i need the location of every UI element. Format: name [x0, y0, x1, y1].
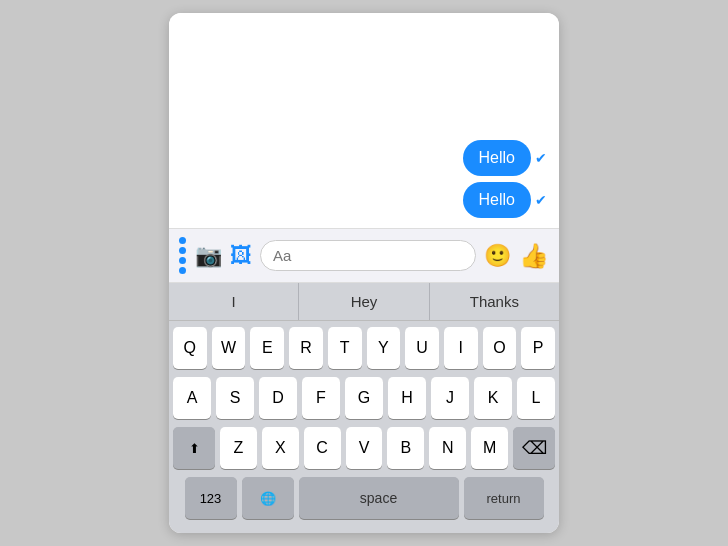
- key-u[interactable]: U: [405, 327, 439, 369]
- emoji-icon[interactable]: 🙂: [484, 243, 511, 269]
- key-row-2: A S D F G H J K L: [173, 377, 555, 419]
- key-q[interactable]: Q: [173, 327, 207, 369]
- key-delete[interactable]: ⌫: [513, 427, 555, 469]
- read-check-icon-1: ✔: [535, 150, 547, 166]
- key-t[interactable]: T: [328, 327, 362, 369]
- message-input[interactable]: [260, 240, 476, 271]
- key-i[interactable]: I: [444, 327, 478, 369]
- key-o[interactable]: O: [483, 327, 517, 369]
- key-m[interactable]: M: [471, 427, 508, 469]
- key-j[interactable]: J: [431, 377, 469, 419]
- message-toolbar: 📷 🖼 🙂 👍: [169, 228, 559, 283]
- key-c[interactable]: C: [304, 427, 341, 469]
- autocomplete-bar: I Hey Thanks: [169, 283, 559, 321]
- key-emoji[interactable]: 🌐: [242, 477, 294, 519]
- key-space[interactable]: space: [299, 477, 459, 519]
- key-row-3: ⬆ Z X C V B N M ⌫: [173, 427, 555, 469]
- key-w[interactable]: W: [212, 327, 246, 369]
- key-s[interactable]: S: [216, 377, 254, 419]
- key-l[interactable]: L: [517, 377, 555, 419]
- autocomplete-i[interactable]: I: [169, 283, 299, 320]
- key-f[interactable]: F: [302, 377, 340, 419]
- key-e[interactable]: E: [250, 327, 284, 369]
- key-b[interactable]: B: [387, 427, 424, 469]
- message-row-1: Hello ✔: [181, 140, 547, 176]
- autocomplete-thanks[interactable]: Thanks: [430, 283, 559, 320]
- more-options-icon[interactable]: [179, 237, 187, 274]
- key-n[interactable]: N: [429, 427, 466, 469]
- key-123[interactable]: 123: [185, 477, 237, 519]
- key-z[interactable]: Z: [220, 427, 257, 469]
- key-a[interactable]: A: [173, 377, 211, 419]
- key-v[interactable]: V: [346, 427, 383, 469]
- key-row-bottom: 123 🌐 space return: [173, 477, 555, 519]
- autocomplete-hey[interactable]: Hey: [299, 283, 429, 320]
- read-check-icon-2: ✔: [535, 192, 547, 208]
- key-p[interactable]: P: [521, 327, 555, 369]
- chat-area: Hello ✔ Hello ✔: [169, 13, 559, 228]
- key-h[interactable]: H: [388, 377, 426, 419]
- message-bubble-2: Hello: [463, 182, 531, 218]
- camera-icon[interactable]: 📷: [195, 243, 222, 269]
- key-shift[interactable]: ⬆: [173, 427, 215, 469]
- key-x[interactable]: X: [262, 427, 299, 469]
- key-d[interactable]: D: [259, 377, 297, 419]
- keyboard: Q W E R T Y U I O P A S D F G H J K L ⬆ …: [169, 321, 559, 523]
- key-k[interactable]: K: [474, 377, 512, 419]
- message-row-2: Hello ✔: [181, 182, 547, 218]
- phone-container: Hello ✔ Hello ✔ 📷 🖼 🙂 👍 I Hey Thanks: [169, 13, 559, 533]
- key-g[interactable]: G: [345, 377, 383, 419]
- key-r[interactable]: R: [289, 327, 323, 369]
- bottom-bar: [169, 523, 559, 533]
- like-button[interactable]: 👍: [519, 242, 549, 270]
- key-y[interactable]: Y: [367, 327, 401, 369]
- key-return[interactable]: return: [464, 477, 544, 519]
- photo-icon[interactable]: 🖼: [230, 243, 252, 269]
- message-bubble-1: Hello: [463, 140, 531, 176]
- key-row-1: Q W E R T Y U I O P: [173, 327, 555, 369]
